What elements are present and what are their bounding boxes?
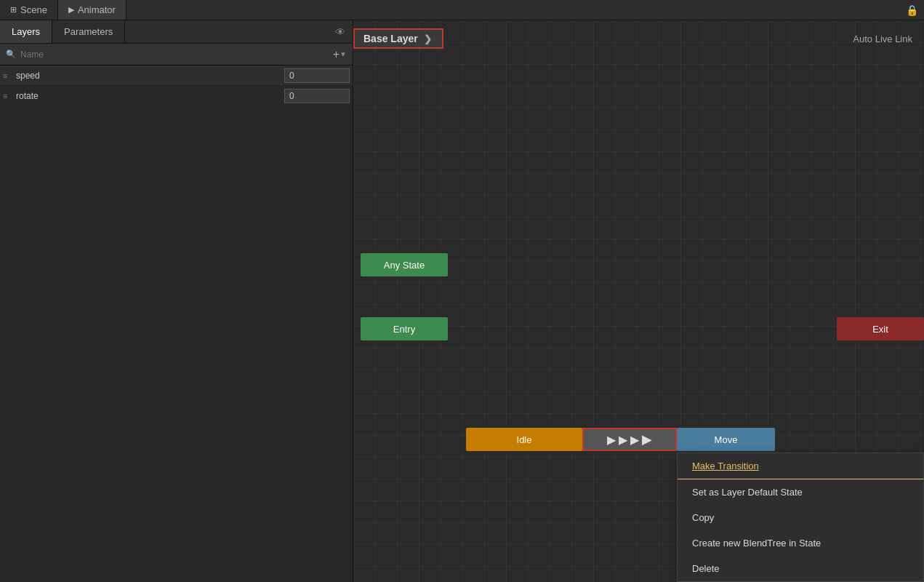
animator-canvas[interactable]: Base Layer ❯ Auto Live Link Any State En… [353, 20, 924, 582]
idle-node[interactable]: Idle [466, 428, 582, 451]
rotate-param-value[interactable] [284, 89, 350, 103]
any-state-label: Any State [384, 260, 425, 271]
context-menu-delete[interactable]: Delete [678, 556, 923, 581]
base-layer-label: Base Layer [363, 33, 418, 44]
base-layer-tag[interactable]: Base Layer ❯ [353, 28, 443, 49]
search-input[interactable] [20, 49, 330, 60]
auto-live-link[interactable]: Auto Live Link [841, 33, 924, 44]
rotate-param-icon: ≡ [3, 92, 16, 100]
main-layout: Layers Parameters 👁 🔍 + ▼ ≡ speed [0, 20, 924, 582]
animator-tab-label: Animator [78, 4, 116, 15]
move-node[interactable]: Move [677, 428, 775, 451]
top-bar: ⊞ Scene ▶ Animator 🔒 [0, 0, 924, 20]
param-row-speed: ≡ speed [0, 65, 353, 86]
exit-label: Exit [872, 324, 888, 335]
layers-tab[interactable]: Layers [0, 20, 52, 43]
add-button[interactable]: + ▼ [333, 48, 347, 61]
speed-param-icon: ≡ [3, 71, 16, 80]
base-layer-arrow-icon: ❯ [424, 33, 432, 44]
transition-arrow-2: ▶ [619, 433, 627, 447]
lock-icon[interactable]: 🔒 [906, 4, 918, 16]
any-state-node[interactable]: Any State [361, 253, 448, 276]
set-default-label: Set as Layer Default State [692, 487, 803, 498]
speed-param-name: speed [16, 71, 284, 81]
layers-tab-label: Layers [12, 26, 40, 37]
entry-node[interactable]: Entry [361, 317, 448, 340]
rotate-param-name: rotate [16, 91, 284, 101]
make-transition-label: Make Transition [692, 461, 759, 471]
idle-label: Idle [517, 434, 532, 445]
search-bar: 🔍 + ▼ [0, 44, 353, 65]
context-menu-create-blendtree[interactable]: Create new BlendTree in State [678, 530, 923, 556]
move-label: Move [715, 434, 738, 445]
entry-label: Entry [393, 324, 415, 335]
transition-arrow-1: ▶ [607, 433, 616, 447]
transition-arrow-3: ▶ [630, 433, 639, 447]
base-layer-header: Base Layer ❯ Auto Live Link [353, 26, 924, 51]
animator-icon: ▶ [68, 5, 74, 15]
params-list: ≡ speed ≡ rotate [0, 65, 353, 106]
speed-param-value[interactable] [284, 68, 350, 83]
copy-label: Copy [692, 512, 714, 523]
parameters-tab-label: Parameters [64, 26, 113, 37]
scene-tab-label: Scene [20, 4, 47, 15]
tab-scene[interactable]: ⊞ Scene [0, 0, 58, 20]
param-row-rotate: ≡ rotate [0, 86, 353, 106]
search-icon: 🔍 [6, 49, 16, 59]
context-menu-make-transition[interactable]: Make Transition [678, 453, 923, 479]
eye-icon[interactable]: 👁 [335, 26, 345, 38]
exit-node[interactable]: Exit [837, 317, 924, 340]
scene-icon: ⊞ [10, 5, 17, 15]
delete-label: Delete [692, 563, 720, 574]
add-dropdown-icon[interactable]: ▼ [340, 50, 347, 58]
play-arrow: ▶ [642, 431, 652, 447]
tab-animator[interactable]: ▶ Animator [58, 0, 126, 20]
panel-tabs: Layers Parameters 👁 [0, 20, 353, 44]
create-blendtree-label: Create new BlendTree in State [692, 538, 821, 549]
add-label: + [333, 48, 340, 61]
transition-connector[interactable]: ▶ ▶ ▶ ▶ [582, 428, 677, 451]
context-menu-copy[interactable]: Copy [678, 505, 923, 530]
transition-arrows: ▶ ▶ ▶ ▶ [607, 431, 652, 447]
context-menu: Make Transition Set as Layer Default Sta… [677, 453, 924, 582]
context-menu-set-default[interactable]: Set as Layer Default State [678, 479, 923, 505]
parameters-tab[interactable]: Parameters [52, 20, 125, 43]
left-panel: Layers Parameters 👁 🔍 + ▼ ≡ speed [0, 20, 353, 582]
auto-live-link-label: Auto Live Link [853, 33, 912, 44]
